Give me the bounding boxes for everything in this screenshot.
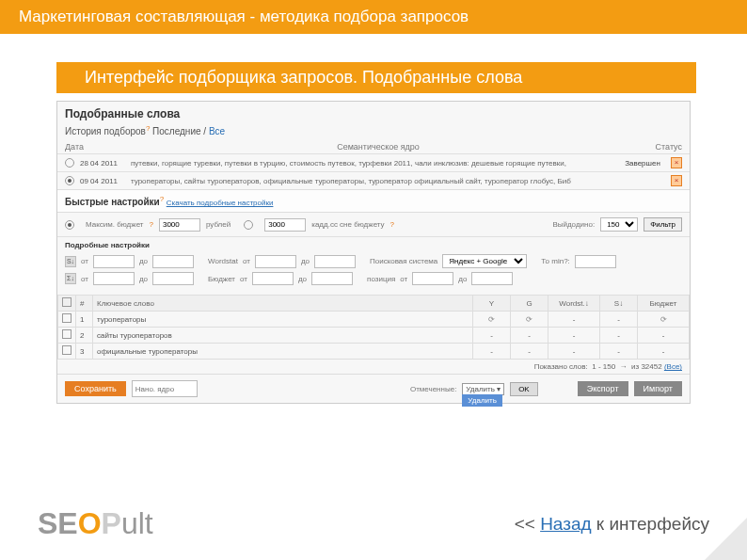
panel-footer: Сохранить Отмеченные: Удалить ▾ Удалить … [57,374,690,403]
keywords-table: # Ключевое слово Y G Wordst.↓ S↓ Бюджет … [57,295,690,360]
import-button[interactable]: Импорт [634,381,682,396]
pagination: Показано слов: 1 - 150 → из 32452 (Все) [57,360,690,374]
quick-settings-row: Максим. бюджет? рублей кадд.сс сне бюдже… [57,213,690,236]
delete-icon[interactable]: × [671,157,682,168]
history-header: История подборов? Последние / Все [57,122,690,140]
budget-input[interactable] [159,218,200,232]
ok-button[interactable]: OK [510,382,538,396]
section-title: Интерфейс подборщика запросов. Подобранн… [56,62,696,93]
radio-icon[interactable] [244,220,253,230]
output-select[interactable]: 150 [600,217,638,232]
back-link-text: << Назад к интерфейсу [515,514,709,535]
table-header: # Ключевое слово Y G Wordst.↓ S↓ Бюджет [58,296,690,312]
b-to-input[interactable] [311,272,353,285]
page-title: Маркетинговая составляющая - методика по… [0,0,747,34]
detail-settings: Подробные настройки S↓ от до Wordstat от… [57,236,690,291]
table-row[interactable]: 3официальные туроператоры----- [58,344,690,360]
to2-input[interactable] [152,272,194,285]
radio-icon[interactable] [65,176,74,185]
show-all-link[interactable]: (Все) [664,362,682,371]
table-row[interactable]: 2сайты туроператоров----- [58,328,690,344]
ws-from-input[interactable] [255,255,296,268]
keywords-panel: Подобранные слова История подборов? Посл… [56,101,691,404]
delete-icon[interactable]: × [671,175,682,186]
quick-more-link[interactable]: Скачать подробные настройки [167,199,274,207]
history-all-link[interactable]: Все [209,126,225,136]
corner-decoration [705,518,747,560]
filter-button[interactable]: Фильтр [644,217,682,232]
checkbox[interactable] [62,345,72,355]
core-input[interactable] [132,380,198,397]
quick-settings-header: Быстрые настройки? Скачать подробные нас… [57,189,690,213]
p-from-input[interactable] [412,272,453,285]
from-input[interactable] [93,255,135,268]
b-from-input[interactable] [252,272,294,285]
history-row[interactable]: 28 04 2011 путевки, горящие туревки, пут… [57,153,690,171]
loading-icon: ⟳ [473,312,511,328]
tomin-input[interactable] [575,255,616,268]
ws-to-input[interactable] [314,255,356,268]
checkbox-all[interactable] [62,297,72,307]
back-link[interactable]: Назад [540,514,591,534]
history-row[interactable]: 09 04 2011 туроператоры, сайты туроперат… [57,171,690,189]
stat-icon: Σ↓ [65,273,76,284]
stat-icon: S↓ [65,256,76,267]
panel-title: Подобранные слова [57,102,690,122]
radio-icon[interactable] [65,220,74,230]
budget-alt-input[interactable] [264,218,306,232]
dropdown-menu[interactable]: Удалить [462,394,502,407]
engine-select[interactable]: Яндекс + Google [442,254,527,268]
radio-icon[interactable] [65,158,74,168]
checkbox[interactable] [62,313,72,323]
to-input[interactable] [152,255,194,268]
from2-input[interactable] [93,272,135,285]
save-button[interactable]: Сохранить [65,381,126,396]
logo: SEOPult [38,506,153,541]
checkbox[interactable] [62,329,72,339]
export-button[interactable]: Экспорт [578,381,628,396]
history-columns: Дата Семантическое ядро Статус [57,140,690,153]
p-to-input[interactable] [471,272,513,285]
table-row[interactable]: 1туроператоры⟳⟳--⟳ [58,312,690,328]
